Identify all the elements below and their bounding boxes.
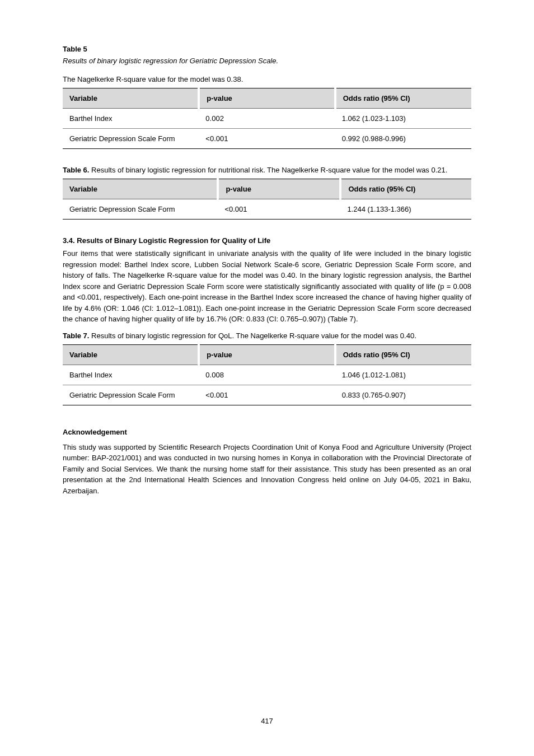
table6: Variable p-value Odds ratio (95% CI) Ger…: [63, 179, 471, 220]
cell: <0.001: [218, 199, 340, 220]
col-header: p-value: [199, 88, 335, 109]
cell: 0.833 (0.765-0.907): [335, 385, 471, 405]
cell: Barthel Index: [63, 109, 199, 129]
col-header: p-value: [218, 179, 340, 199]
table5-title: Table 5: [63, 45, 471, 53]
col-header: Variable: [63, 344, 199, 365]
table6-label: Table 6.: [63, 166, 89, 174]
table-row: Variable p-value Odds ratio (95% CI): [63, 88, 471, 109]
cell: Geriatric Depression Scale Form: [63, 199, 218, 220]
cell: 0.992 (0.988-0.996): [335, 129, 471, 149]
table7: Variable p-value Odds ratio (95% CI) Bar…: [63, 344, 471, 405]
table6-caption: Table 6. Results of binary logistic regr…: [63, 166, 471, 174]
page-number: 417: [0, 717, 534, 725]
col-header: p-value: [199, 344, 335, 365]
cell: Geriatric Depression Scale Form: [63, 385, 199, 405]
table-row: Barthel Index 0.002 1.062 (1.023-1.103): [63, 109, 471, 129]
section-paragraph: Four items that were statistically signi…: [63, 248, 471, 325]
acknowledgement-body: This study was supported by Scientific R…: [63, 442, 471, 497]
table-row: Variable p-value Odds ratio (95% CI): [63, 179, 471, 199]
acknowledgement-heading: Acknowledgement: [63, 428, 471, 436]
table-row: Geriatric Depression Scale Form <0.001 0…: [63, 385, 471, 405]
cell: Geriatric Depression Scale Form: [63, 129, 199, 149]
col-header: Variable: [63, 179, 218, 199]
cell: 1.062 (1.023-1.103): [335, 109, 471, 129]
table7-caption: Table 7. Results of binary logistic regr…: [63, 332, 471, 340]
cell: Barthel Index: [63, 365, 199, 385]
cell: 1.244 (1.133-1.366): [340, 199, 471, 220]
table5: Variable p-value Odds ratio (95% CI) Bar…: [63, 88, 471, 149]
cell: <0.001: [199, 129, 335, 149]
table-row: Barthel Index 0.008 1.046 (1.012-1.081): [63, 365, 471, 385]
col-header: Variable: [63, 88, 199, 109]
section-heading: 3.4. Results of Binary Logistic Regressi…: [63, 236, 471, 245]
cell: <0.001: [199, 385, 335, 405]
table7-caption-text: Results of binary logistic regression fo…: [89, 332, 416, 340]
col-header: Odds ratio (95% CI): [340, 179, 471, 199]
table6-caption-text: Results of binary logistic regression fo…: [89, 166, 447, 174]
table5-intro: The Nagelkerke R-square value for the mo…: [63, 75, 471, 83]
col-header: Odds ratio (95% CI): [335, 88, 471, 109]
table-row: Geriatric Depression Scale Form <0.001 0…: [63, 129, 471, 149]
table7-label: Table 7.: [63, 332, 89, 340]
cell: 0.008: [199, 365, 335, 385]
table-row: Geriatric Depression Scale Form <0.001 1…: [63, 199, 471, 220]
cell: 1.046 (1.012-1.081): [335, 365, 471, 385]
table-row: Variable p-value Odds ratio (95% CI): [63, 344, 471, 365]
table5-subtitle: Results of binary logistic regression fo…: [63, 57, 471, 65]
col-header: Odds ratio (95% CI): [335, 344, 471, 365]
cell: 0.002: [199, 109, 335, 129]
